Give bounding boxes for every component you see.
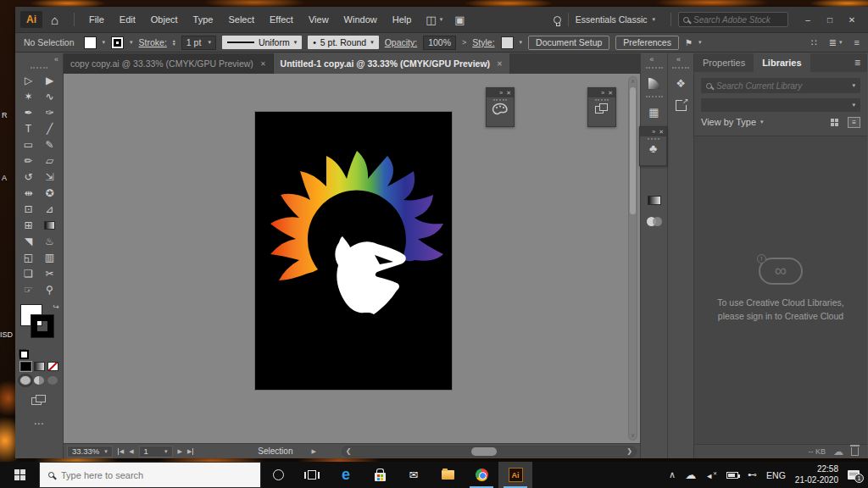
opacity-panel-link[interactable]: Opacity:: [385, 37, 418, 47]
zoom-tool[interactable]: ⚲: [39, 281, 60, 297]
task-view-button[interactable]: [295, 462, 329, 488]
line-segment-tool[interactable]: ╱: [39, 120, 60, 136]
hand-tool[interactable]: ☞: [18, 281, 39, 297]
library-selector-dropdown[interactable]: ▾: [701, 98, 860, 112]
library-search-box[interactable]: ▾: [701, 78, 860, 93]
symbol-sprayer-tool[interactable]: ♨: [39, 233, 60, 249]
menu-view[interactable]: View: [301, 14, 337, 25]
stroke-proxy-swatch[interactable]: [31, 315, 53, 337]
lasso-tool[interactable]: ∿: [39, 88, 60, 104]
workspace-switcher[interactable]: Essentials Classic: [576, 14, 648, 25]
none-button[interactable]: [47, 362, 58, 371]
delete-icon[interactable]: [851, 447, 859, 456]
expand-panels-icon[interactable]: «: [668, 55, 693, 65]
library-search-input[interactable]: [716, 81, 848, 91]
layers-panel-icon[interactable]: ❖: [668, 72, 693, 94]
scroll-up-icon[interactable]: ∧: [629, 77, 637, 86]
eraser-tool[interactable]: ▱: [39, 152, 60, 169]
touch-workspace-icon[interactable]: ∷: [811, 37, 817, 48]
previous-artboard-icon[interactable]: ◀: [129, 448, 133, 455]
taskbar-search-box[interactable]: [39, 462, 261, 488]
horizontal-scrollbar[interactable]: ❮ ❯: [342, 446, 637, 458]
gradient-swatch-panel-icon[interactable]: [641, 189, 667, 211]
edit-toolbar-icon[interactable]: ⋯: [34, 418, 45, 430]
fill-color-swatch[interactable]: [84, 36, 97, 49]
gradient-tool[interactable]: [39, 217, 60, 233]
horizontal-scroll-thumb[interactable]: [471, 447, 497, 456]
opacity-expand-arrow[interactable]: >: [462, 38, 466, 47]
artboard[interactable]: [255, 112, 452, 390]
tab-libraries[interactable]: Libraries: [754, 53, 810, 72]
document-tab-active[interactable]: Untitled-1 copy.ai @ 33.33% (CMYK/GPU Pr…: [274, 53, 509, 74]
free-transform-tool[interactable]: ⊡: [18, 201, 39, 217]
cortana-button[interactable]: [261, 462, 295, 488]
asset-export-panel-icon[interactable]: ↗: [668, 94, 693, 116]
edge-button[interactable]: e: [329, 462, 363, 488]
shape-builder-tool[interactable]: ◱: [18, 249, 39, 265]
expand-panel-icon[interactable]: »: [652, 129, 655, 135]
illustrator-taskbar-button[interactable]: Ai: [498, 462, 532, 488]
canvas[interactable]: » ✕ »: [64, 74, 640, 443]
puppet-warp-tool[interactable]: ✪: [39, 185, 60, 201]
gradient-button[interactable]: [34, 362, 45, 371]
chevron-down-icon[interactable]: ▾: [520, 39, 523, 46]
align-options-icon[interactable]: ≣: [829, 37, 837, 48]
collapse-tools-icon[interactable]: «: [15, 55, 63, 65]
variable-width-profile-dropdown[interactable]: Uniform ▾: [222, 36, 302, 49]
menu-help[interactable]: Help: [385, 14, 420, 25]
cloud-sync-icon[interactable]: ☁: [833, 446, 843, 458]
home-icon[interactable]: ⌂: [51, 13, 58, 27]
panel-drag-handle[interactable]: [648, 138, 659, 140]
menu-file[interactable]: File: [81, 14, 112, 25]
draw-normal-button[interactable]: [20, 376, 31, 385]
panel-drag-handle[interactable]: [595, 99, 609, 101]
arrange-documents-icon[interactable]: ◫: [426, 14, 436, 26]
expand-panels-icon[interactable]: «: [641, 55, 667, 65]
default-fill-stroke-icon[interactable]: [19, 349, 26, 357]
adobe-stock-search[interactable]: [678, 12, 788, 27]
stroke-panel-link[interactable]: Stroke:: [139, 37, 167, 47]
vertical-scrollbar[interactable]: ∧ ∨: [628, 76, 637, 441]
symbols-panel-icon[interactable]: ♣: [649, 141, 657, 155]
gradient-panel-icon[interactable]: [641, 72, 667, 94]
artboards-icon[interactable]: [595, 103, 609, 115]
menu-edit[interactable]: Edit: [112, 14, 143, 25]
stroke-weight-stepper[interactable]: ▴▾: [173, 39, 175, 46]
chevron-down-icon[interactable]: ▾: [130, 39, 133, 46]
next-artboard-icon[interactable]: ▶: [178, 448, 182, 455]
menu-select[interactable]: Select: [220, 14, 262, 25]
menu-object[interactable]: Object: [143, 14, 186, 25]
graphic-style-swatch[interactable]: [501, 36, 514, 49]
chevron-down-icon[interactable]: ▾: [760, 119, 764, 125]
strip-drag-handle[interactable]: [646, 96, 663, 97]
share-screen-icon[interactable]: ▣: [454, 14, 465, 26]
chevron-down-icon[interactable]: ▾: [440, 16, 443, 23]
close-button[interactable]: ✕: [841, 15, 863, 25]
brush-definition-dropdown[interactable]: • 5 pt. Round ▾: [308, 36, 379, 49]
panel-drag-handle[interactable]: [493, 99, 507, 101]
view-by-type-dropdown[interactable]: View by Type: [701, 117, 756, 127]
tools-drag-handle[interactable]: [31, 67, 47, 69]
width-tool[interactable]: ⇹: [18, 185, 39, 201]
rotate-tool[interactable]: ↺: [18, 169, 39, 185]
close-panel-icon[interactable]: ✕: [659, 129, 664, 136]
stroke-weight-dropdown[interactable]: 1 pt ▾: [181, 36, 216, 50]
usb-device-icon[interactable]: ⊷: [748, 469, 757, 480]
vertical-scroll-thumb[interactable]: [630, 87, 636, 214]
clock[interactable]: 22:58 21-02-2020: [795, 464, 838, 485]
illustrator-logo-icon[interactable]: Ai: [20, 11, 42, 28]
chrome-button[interactable]: [465, 462, 498, 488]
strip-drag-handle[interactable]: [646, 67, 663, 69]
close-tab-icon[interactable]: ✕: [497, 60, 503, 68]
close-panel-icon[interactable]: ✕: [608, 90, 613, 97]
opacity-value-box[interactable]: 100%: [423, 36, 456, 50]
taskbar-search-input[interactable]: [61, 470, 252, 480]
change-screen-mode-icon[interactable]: [31, 395, 47, 406]
document-tab-inactive[interactable]: copy copy.ai @ 33.33% (CMYK/GPU Preview)…: [64, 53, 274, 74]
pen-tool[interactable]: ✒: [18, 104, 39, 120]
battery-icon[interactable]: [726, 472, 738, 479]
store-button[interactable]: [363, 462, 397, 488]
last-artboard-icon[interactable]: ▶: [187, 448, 193, 455]
minimize-button[interactable]: –: [797, 15, 819, 25]
artboard-navigation-dropdown[interactable]: 1 ▾: [139, 446, 173, 458]
